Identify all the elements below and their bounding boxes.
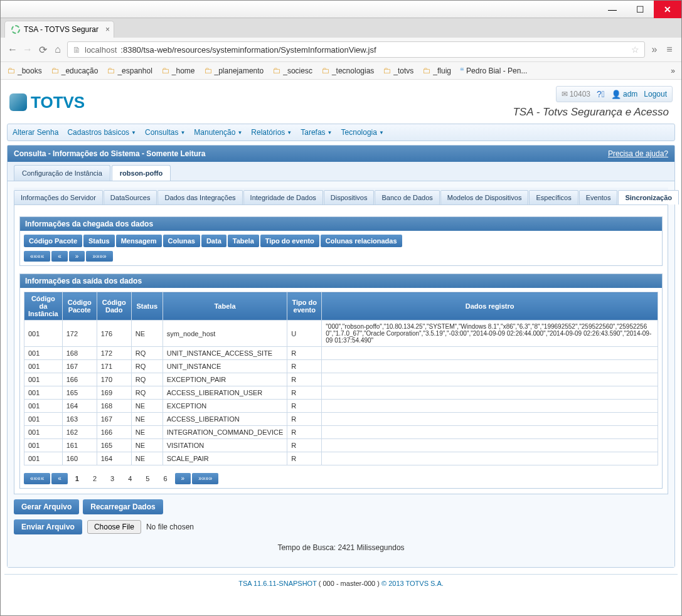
column-header[interactable]: Dados registro	[322, 292, 658, 321]
send-file-button[interactable]: Enviar Arquivo	[14, 519, 82, 534]
choose-file-button[interactable]: Choose File	[87, 520, 141, 534]
column-header[interactable]: Código da Instância	[24, 292, 63, 321]
table-row[interactable]: 001165169RQACCESS_LIBERATION_USERR	[24, 386, 658, 400]
pager-prev[interactable]: «	[51, 251, 68, 262]
menu-item[interactable]: Consultas ▼	[145, 128, 185, 137]
bookmark-link[interactable]: ❝ Pedro Bial - Pen...	[460, 66, 527, 75]
column-header[interactable]: Data	[201, 235, 226, 247]
back-button[interactable]: ←	[7, 44, 18, 55]
address-bar[interactable]: 🗎 localhost:8380/tsa-web/resources/syste…	[67, 41, 645, 58]
column-header[interactable]: Tipo do evento	[260, 235, 319, 247]
column-header[interactable]: Colunas	[163, 235, 200, 247]
menu-item[interactable]: Tecnologia ▼	[341, 128, 384, 137]
mail-indicator[interactable]: ✉ 10403	[562, 90, 590, 98]
menu-button[interactable]: ≡	[664, 44, 675, 55]
table-cell: R	[287, 360, 322, 373]
menu-bar: Alterar SenhaCadastros básicos ▼Consulta…	[7, 124, 675, 141]
pager-page[interactable]: 3	[104, 473, 120, 484]
bookmark-folder[interactable]: 🗀_educação	[51, 66, 99, 75]
column-header[interactable]: Colunas relacionadas	[321, 235, 402, 247]
subtab[interactable]: Banco de Dados	[375, 190, 439, 204]
forward-button[interactable]: →	[22, 44, 33, 55]
pager-page[interactable]: 2	[87, 473, 103, 484]
bookmark-folder[interactable]: 🗀_tecnologias	[321, 66, 374, 75]
pager-next[interactable]: »	[69, 251, 85, 262]
pager-prev[interactable]: «	[51, 473, 68, 484]
table-row[interactable]: 001168172RQUNIT_INSTANCE_ACCESS_SITER	[24, 347, 658, 360]
column-header[interactable]: Tabela	[163, 292, 287, 321]
maximize-button[interactable]: ☐	[626, 1, 654, 18]
subtab[interactable]: Integridade de Dados	[243, 190, 323, 204]
subtab[interactable]: DataSources	[104, 190, 157, 204]
table-cell: 001	[24, 347, 63, 360]
bookmark-folder[interactable]: 🗀_totvs	[383, 66, 413, 75]
pager-last[interactable]: »»»»	[86, 251, 112, 262]
subtab[interactable]: Dispositivos	[324, 190, 375, 204]
menu-item[interactable]: Relatórios ▼	[251, 128, 292, 137]
bookmark-folder[interactable]: 🗀_home	[161, 66, 195, 75]
generate-file-button[interactable]: Gerar Arquivo	[14, 499, 79, 514]
reload-button[interactable]: ⟳	[37, 44, 48, 55]
table-row[interactable]: 001166170RQEXCEPTION_PAIRR	[24, 373, 658, 386]
table-row[interactable]: 001167171RQUNIT_INSTANCER	[24, 360, 658, 373]
menu-item[interactable]: Manutenção ▼	[194, 128, 242, 137]
home-button[interactable]: ⌂	[52, 44, 63, 55]
column-header[interactable]: Código Pacote	[24, 235, 82, 247]
outgoing-panel-title: Informações da saída dos dados	[20, 274, 662, 288]
logout-link[interactable]: Logout	[644, 90, 667, 98]
pager-page[interactable]: 4	[122, 473, 138, 484]
pager-next[interactable]: »	[175, 473, 191, 484]
menu-item[interactable]: Alterar Senha	[13, 128, 58, 137]
bookmark-folder[interactable]: 🗀_fluig	[422, 66, 451, 75]
subtab[interactable]: Eventos	[579, 190, 618, 204]
bookmark-folder[interactable]: 🗀_espanhol	[107, 66, 152, 75]
column-header[interactable]: Código Dado	[97, 292, 131, 321]
pager-first[interactable]: ««««	[24, 251, 50, 262]
help-link[interactable]: Precisa de ajuda?	[608, 149, 668, 158]
pager-first[interactable]: ««««	[24, 473, 50, 484]
table-cell: RQ	[131, 386, 163, 400]
menu-item[interactable]: Cadastros básicos ▼	[67, 128, 136, 137]
tab[interactable]: robson-poffo	[112, 165, 171, 181]
tab[interactable]: Configuração de Instância	[14, 165, 110, 181]
help-icon[interactable]: ?⃝	[597, 89, 605, 99]
overflow-button[interactable]: »	[649, 44, 660, 55]
bookmark-folder[interactable]: 🗀_books	[7, 66, 42, 75]
column-header[interactable]: Tipo do evento	[287, 292, 322, 321]
subtab[interactable]: Dados das Integrações	[157, 190, 242, 204]
menu-item[interactable]: Tarefas ▼	[301, 128, 332, 137]
table-cell	[322, 439, 658, 452]
column-header[interactable]: Status	[83, 235, 115, 247]
bookmark-star-icon[interactable]: ☆	[631, 45, 639, 55]
table-row[interactable]: 001162166NEINTEGRATION_COMMAND_DEVICER	[24, 426, 658, 439]
pager-page[interactable]: 1	[69, 473, 85, 484]
column-header[interactable]: Mensagem	[116, 235, 162, 247]
bookmarks-overflow[interactable]: »	[671, 66, 675, 75]
close-button[interactable]: ✕	[654, 1, 681, 18]
subtab[interactable]: Modelos de Dispositivos	[440, 190, 529, 204]
table-cell: INTEGRATION_COMMAND_DEVICE	[163, 426, 287, 439]
user-link[interactable]: 👤 adm	[611, 90, 637, 99]
subtab[interactable]: Sincronização	[618, 190, 679, 204]
table-row[interactable]: 001160164NESCALE_PAIRR	[24, 452, 658, 465]
column-header[interactable]: Código Pacote	[62, 292, 97, 321]
subtab[interactable]: Específicos	[529, 190, 578, 204]
browser-tab[interactable]: TSA - TOTVS Segurar ×	[4, 21, 114, 38]
pager-page[interactable]: 5	[139, 473, 156, 484]
table-row[interactable]: 001172176NEsym_node_hostU"000","robson-p…	[24, 321, 658, 347]
minimize-button[interactable]: —	[599, 1, 626, 18]
logo-text: TOTVS	[31, 93, 85, 112]
table-row[interactable]: 001164168NEEXCEPTIONR	[24, 400, 658, 413]
column-header[interactable]: Status	[131, 292, 163, 321]
bookmark-folder[interactable]: 🗀_planejamento	[204, 66, 264, 75]
pager-last[interactable]: »»»»	[192, 473, 218, 484]
pager-page[interactable]: 6	[157, 473, 173, 484]
table-row[interactable]: 001163167NEACCESS_LIBERATIONR	[24, 413, 658, 426]
table-row[interactable]: 001161165NEVISITATIONR	[24, 439, 658, 452]
close-tab-icon[interactable]: ×	[105, 25, 110, 34]
bookmark-folder[interactable]: 🗀_sociesc	[272, 66, 312, 75]
reload-data-button[interactable]: Recarregar Dados	[83, 499, 163, 514]
subtab[interactable]: Informações do Servidor	[14, 190, 103, 204]
folder-icon: 🗀	[7, 66, 15, 75]
column-header[interactable]: Tabela	[228, 235, 259, 247]
